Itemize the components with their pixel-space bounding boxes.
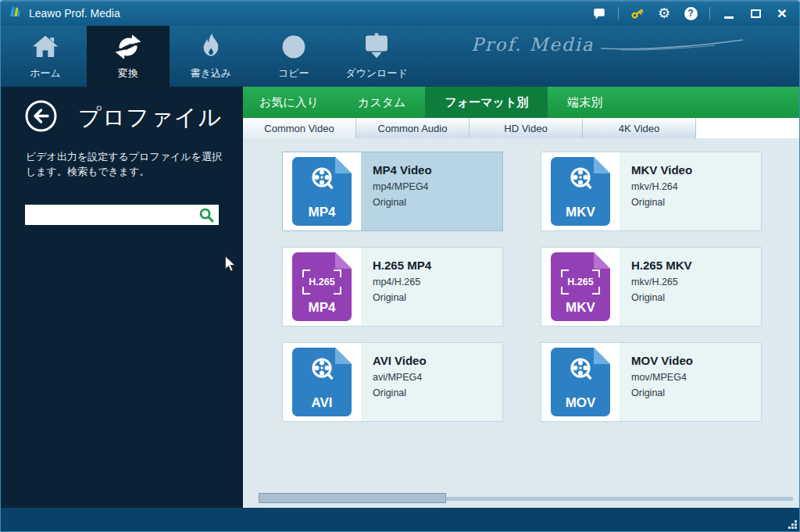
panel-title: プロファイル — [78, 102, 222, 134]
profile-card-mp4[interactable]: MP4 MP4 Video mp4/MPEG4 Original — [282, 152, 503, 231]
file-type-icon: H.265 MKV — [551, 252, 610, 321]
maximize-button[interactable] — [748, 5, 763, 22]
titlebar-separator — [618, 7, 619, 20]
minimize-button[interactable] — [721, 5, 737, 22]
profile-quality: Original — [373, 387, 502, 398]
body-row: プロファイル ビデオ出力を設定するプロファイルを選択します。検索もできます。 お… — [1, 87, 799, 508]
category-tab-bar: お気に入り カスタム フォーマット別 端末別 — [243, 87, 799, 118]
resize-grip-icon[interactable] — [788, 520, 797, 529]
profile-meta: AVI Video avi/MPEG4 Original — [361, 343, 502, 421]
file-type-badge: MOV — [551, 395, 610, 411]
profile-card-mov[interactable]: MOV MOV Video mov/MPEG4 Original — [541, 342, 762, 422]
file-type-badge: MP4 — [292, 300, 352, 316]
app-logo-icon — [7, 4, 23, 23]
profile-icon-area: MKV — [541, 152, 620, 230]
profile-format: mp4/H.265 — [373, 277, 502, 287]
hscrollbar-thumb[interactable] — [259, 493, 446, 503]
profile-icon-area: AVI — [283, 343, 361, 421]
tab-hd-video[interactable]: HD Video — [470, 118, 583, 138]
film-reel-icon — [305, 354, 339, 385]
profile-title: AVI Video — [373, 354, 502, 367]
nav-label: 変換 — [118, 66, 138, 80]
film-reel-icon — [305, 163, 339, 195]
profile-icon-area: MP4 — [283, 152, 361, 230]
gear-glyph: ⚙ — [658, 5, 670, 21]
main-navbar: ホーム 変換 書き込み コピー — [1, 26, 799, 87]
titlebar-separator — [709, 7, 710, 20]
codec-label: H.265 — [567, 277, 593, 287]
back-button[interactable] — [24, 99, 58, 133]
feedback-bubble-icon[interactable] — [591, 5, 607, 22]
tab-common-video[interactable]: Common Video — [243, 118, 356, 138]
film-reel-icon — [563, 163, 598, 195]
profile-card-h265-mkv[interactable]: H.265 MKV H.265 MKV mkv/H.265 Original — [541, 247, 762, 327]
titlebar: Leawo Prof. Media — [1, 1, 799, 26]
profile-icon-area: H.265 MP4 — [283, 248, 361, 326]
help-icon[interactable]: ? — [683, 5, 698, 22]
format-tab-filler — [696, 118, 799, 138]
nav-label: コピー — [278, 66, 309, 80]
profile-grid: MP4 MP4 Video mp4/MPEG4 Original — [282, 152, 799, 422]
profile-title: H.265 MP4 — [373, 259, 502, 272]
file-type-badge: MKV — [551, 205, 610, 220]
profile-meta: H.265 MP4 mp4/H.265 Original — [361, 248, 502, 326]
profile-format: mkv/H.264 — [631, 181, 761, 192]
profile-format: avi/MPEG4 — [373, 372, 502, 383]
file-type-icon: MP4 — [292, 157, 352, 226]
profile-title: H.265 MKV — [631, 259, 761, 272]
tab-4k-video[interactable]: 4K Video — [583, 118, 696, 138]
nav-item-burn[interactable]: 書き込み — [170, 26, 252, 87]
help-glyph: ? — [684, 7, 698, 20]
profile-quality: Original — [631, 197, 761, 208]
nav-label: 書き込み — [191, 66, 232, 80]
nav-item-download[interactable]: ダウンロード — [335, 26, 418, 87]
file-type-icon: AVI — [292, 348, 352, 416]
tab-by-format[interactable]: フォーマット別 — [425, 87, 548, 118]
profile-meta: MKV Video mkv/H.264 Original — [620, 152, 761, 230]
tab-favorites[interactable]: お気に入り — [243, 87, 338, 118]
search-box — [25, 205, 219, 225]
app-window: Leawo Prof. Media — [0, 0, 800, 532]
profile-format: mov/MPEG4 — [631, 372, 761, 383]
profile-meta: H.265 MKV mkv/H.265 Original — [620, 248, 761, 326]
search-icon[interactable] — [198, 207, 215, 223]
profile-card-mkv[interactable]: MKV MKV Video mkv/H.264 Original — [541, 152, 762, 231]
h265-frame-icon: H.265 — [302, 270, 341, 295]
profile-title: MOV Video — [631, 354, 761, 367]
titlebar-actions: ⚙ ? × — [591, 5, 793, 22]
nav-label: ダウンロード — [345, 66, 408, 80]
h265-frame-icon: H.265 — [561, 270, 600, 295]
register-key-icon[interactable] — [630, 5, 645, 22]
search-input[interactable] — [25, 205, 219, 225]
film-reel-icon — [563, 354, 598, 385]
profile-quality: Original — [373, 292, 502, 303]
close-button[interactable]: × — [774, 5, 790, 22]
nav-label: ホーム — [30, 66, 61, 80]
brand-swoosh — [598, 38, 746, 51]
profile-quality: Original — [631, 387, 761, 398]
profile-meta: MOV Video mov/MPEG4 Original — [620, 343, 761, 421]
brand-script-text: Prof. Media — [471, 34, 595, 55]
file-type-icon: MKV — [551, 157, 610, 226]
tab-common-audio[interactable]: Common Audio — [356, 118, 470, 138]
codec-label: H.265 — [309, 277, 334, 287]
file-type-icon: H.265 MP4 — [292, 252, 352, 321]
profile-card-avi[interactable]: AVI AVI Video avi/MPEG4 Original — [282, 342, 503, 422]
tab-by-device[interactable]: 端末別 — [548, 87, 622, 118]
profile-quality: Original — [631, 292, 761, 303]
profile-meta: MP4 Video mp4/MPEG4 Original — [361, 152, 502, 230]
nav-item-copy[interactable]: コピー — [252, 26, 335, 87]
profile-sidebar: プロファイル ビデオ出力を設定するプロファイルを選択します。検索もできます。 — [1, 87, 243, 508]
profile-card-h265-mp4[interactable]: H.265 MP4 H.265 MP4 mp4/H.265 Original — [282, 247, 503, 327]
nav-item-convert[interactable]: 変換 — [87, 26, 170, 87]
profile-icon-area: H.265 MKV — [541, 248, 620, 326]
panel-description: ビデオ出力を設定するプロファイルを選択します。検索もできます。 — [26, 149, 224, 179]
file-type-icon: MOV — [551, 348, 610, 416]
app-title: Leawo Prof. Media — [29, 7, 120, 20]
profiles-content: お気に入り カスタム フォーマット別 端末別 Common Video Comm… — [243, 87, 799, 508]
nav-item-home[interactable]: ホーム — [4, 26, 87, 87]
tab-custom[interactable]: カスタム — [338, 87, 425, 118]
settings-gear-icon[interactable]: ⚙ — [656, 5, 672, 22]
close-icon: × — [777, 5, 787, 21]
brand-script: Prof. Media — [471, 34, 746, 55]
